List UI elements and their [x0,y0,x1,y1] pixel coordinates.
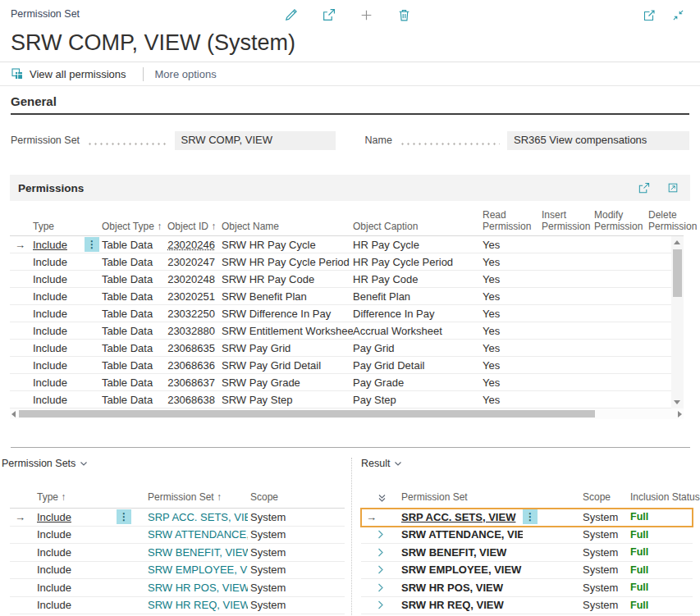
permission-set-cell[interactable]: SRW HR REQ, VIEW [145,599,248,611]
collapse-all-button[interactable] [376,494,401,503]
permission-sets-caption[interactable]: Permission Sets [2,458,88,469]
permission-set-cell[interactable]: SRW EMPLOYEE, VIEW [401,564,523,576]
read-permission-cell[interactable]: Yes [474,239,532,251]
object-id-cell[interactable]: 23068638 [167,394,215,406]
scope-cell[interactable]: System [542,511,629,523]
scroll-up-arrow[interactable] [674,240,680,244]
permission-set-cell[interactable]: SRP ACC. SETS, VIEW [401,511,523,523]
permission-set-row[interactable]: → Include ⋮ SRW EMPLOYEE, VIEW System [10,562,345,580]
read-permission-cell[interactable]: Yes [474,376,532,389]
permission-row[interactable]: → Include ⋮ Table Data 23032880 SRW Enti… [10,322,671,340]
modify-permission-column-header[interactable]: Modify Permission [584,209,638,232]
edit-button[interactable] [281,6,300,25]
scope-column-header[interactable]: Scope [542,491,629,503]
scope-cell[interactable]: System [542,528,629,541]
type-cell[interactable]: Include [34,599,115,611]
scope-cell[interactable]: System [248,546,345,559]
object-type-cell[interactable]: Table Data [102,308,167,320]
permission-set-link[interactable]: SRW BENEFIT, VIEW [148,546,248,559]
permission-set-row[interactable]: → Include ⋮ SRP ACC. SETS, VIEW System [10,509,345,527]
read-permission-cell[interactable]: Yes [474,273,532,285]
permission-row[interactable]: → Include ⋮ Table Data 23020246 SRW HR P… [10,236,671,253]
object-id-cell[interactable]: 23020251 [167,290,215,303]
read-permission-cell[interactable]: Yes [474,359,532,372]
permission-row[interactable]: → Include ⋮ Table Data 23068637 SRW Pay … [10,374,671,391]
object-caption-cell[interactable]: Difference In Pay [353,308,474,320]
scroll-right-arrow[interactable] [678,411,682,418]
scope-cell[interactable]: System [248,582,345,594]
object-id-cell[interactable]: 23020247 [167,256,215,268]
permission-set-cell[interactable]: SRW ATTENDANCE, VIEW [401,528,523,541]
view-all-permissions-button[interactable]: View all permissions [11,67,131,80]
delete-permission-column-header[interactable]: Delete Permission [638,209,697,232]
object-caption-cell[interactable]: Pay Step [353,394,474,406]
read-permission-cell[interactable]: Yes [474,325,532,337]
type-cell[interactable]: Include [33,239,82,251]
object-caption-cell[interactable]: Benefit Plan [353,290,474,303]
permission-row[interactable]: → Include ⋮ Table Data 23032250 SRW Diff… [10,305,671,322]
type-cell[interactable]: Include [33,325,82,337]
permission-row[interactable]: → Include ⋮ Table Data 23068635 SRW Pay … [10,340,671,357]
permission-set-row[interactable]: → Include ⋮ SRW HR REQ, VIEW System [10,597,345,615]
object-name-cell[interactable]: SRW HR Pay Cycle Period [215,256,353,268]
type-cell[interactable]: Include [33,308,82,320]
object-caption-cell[interactable]: Accrual Worksheet [353,325,474,337]
inclusion-status-column-header[interactable]: Inclusion Status [629,491,700,503]
object-caption-cell[interactable]: HR Pay Cycle [353,239,474,251]
permission-set-row[interactable]: → Include ⋮ SRW ATTENDANCE, VIEW System [10,527,345,545]
read-permission-column-header[interactable]: Read Permission [474,209,532,232]
scope-cell[interactable]: System [248,564,345,576]
object-id-cell[interactable]: 23020246 [167,239,215,251]
object-id-cell[interactable]: 23020248 [167,273,215,285]
object-type-cell[interactable]: Table Data [102,359,167,372]
permission-set-row[interactable]: → Include ⋮ SRW BENEFIT, VIEW System [10,544,345,562]
permission-set-cell[interactable]: SRW BENEFIT, VIEW [145,546,248,559]
expand-row-chevron-icon[interactable] [377,548,384,557]
horizontal-scroll-track[interactable] [16,409,678,418]
permission-set-link[interactable]: SRW EMPLOYEE, VIEW [148,564,248,576]
object-id-cell[interactable]: 23032880 [167,325,215,337]
expand-row-chevron-icon[interactable] [377,530,384,539]
object-type-cell[interactable]: Table Data [102,394,167,406]
permission-set-cell[interactable]: SRW ATTENDANCE, VIEW [145,528,248,541]
result-row[interactable]: → SRP ACC. SETS, VIEW ⋮ System Full [361,509,693,527]
permission-set-link[interactable]: SRW HR POS, VIEW [148,582,248,594]
read-permission-cell[interactable]: Yes [474,256,532,268]
permission-row[interactable]: → Include ⋮ Table Data 23020247 SRW HR P… [10,253,671,271]
inclusion-status-cell[interactable]: Full [629,582,693,593]
add-button[interactable] [357,6,376,25]
permission-set-link[interactable]: SRP ACC. SETS, VIEW [148,511,248,523]
object-id-cell[interactable]: 23068635 [167,342,215,354]
object-caption-cell[interactable]: Pay Grid Detail [353,359,474,372]
permission-set-cell[interactable]: SRW EMPLOYEE, VIEW [145,564,248,576]
object-id-cell[interactable]: 23032250 [167,308,215,320]
inclusion-status-cell[interactable]: Full [629,600,693,611]
object-id-cell[interactable]: 23068636 [167,359,215,372]
result-row[interactable]: → SRW EMPLOYEE, VIEW ⋮ System Full [361,562,693,580]
expand-row-chevron-icon[interactable] [377,600,384,609]
permission-set-column-header[interactable]: Permission Set ↑ [145,491,248,503]
read-permission-cell[interactable]: Yes [474,308,532,320]
scope-cell[interactable]: System [542,599,629,611]
inclusion-status-cell[interactable]: Full [629,546,693,558]
object-name-cell[interactable]: SRW Pay Grid [215,342,353,354]
permission-set-column-header[interactable]: Permission Set [401,491,523,503]
object-name-cell[interactable]: SRW Pay Grade [215,376,353,389]
row-menu-button[interactable]: ⋮ [523,509,538,524]
row-menu-button[interactable]: ⋮ [85,237,99,252]
collapse-button[interactable] [669,6,688,25]
permission-set-cell[interactable]: SRW HR REQ, VIEW [401,599,523,611]
permission-set-link[interactable]: SRW HR REQ, VIEW [148,599,248,611]
inclusion-status-cell[interactable]: Full [629,564,693,576]
object-caption-cell[interactable]: Pay Grid [353,342,474,354]
more-options-button[interactable]: More options [155,68,222,80]
scope-cell[interactable]: System [248,528,345,541]
horizontal-scroll-thumb[interactable] [19,410,595,418]
read-permission-cell[interactable]: Yes [474,342,532,354]
insert-permission-column-header[interactable]: Insert Permission [532,209,584,232]
object-name-column-header[interactable]: Object Name [215,221,353,232]
type-column-header[interactable]: Type ↑ [34,491,115,503]
row-menu-button[interactable]: ⋮ [117,509,131,524]
object-type-cell[interactable]: Table Data [102,273,167,285]
scope-cell[interactable]: System [542,564,629,576]
